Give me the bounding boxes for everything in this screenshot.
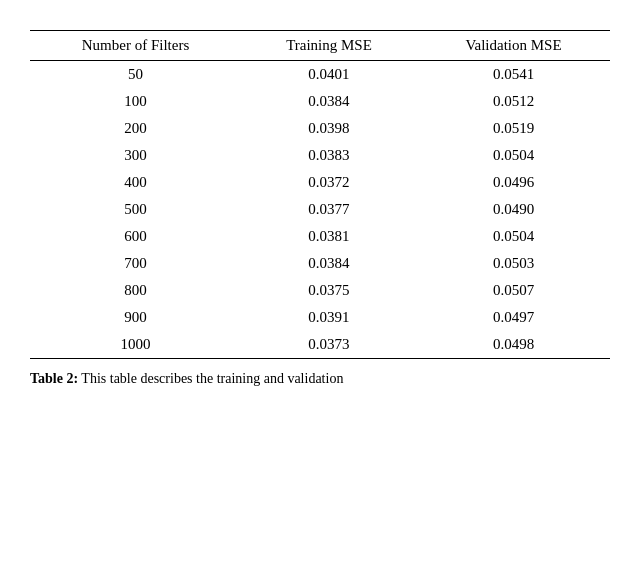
cell-filters: 1000	[30, 331, 241, 359]
cell-filters: 400	[30, 169, 241, 196]
cell-training: 0.0391	[241, 304, 417, 331]
table-row: 2000.03980.0519	[30, 115, 610, 142]
cell-validation: 0.0512	[417, 88, 610, 115]
cell-training: 0.0375	[241, 277, 417, 304]
table-row: 9000.03910.0497	[30, 304, 610, 331]
cell-filters: 200	[30, 115, 241, 142]
cell-training: 0.0372	[241, 169, 417, 196]
cell-filters: 600	[30, 223, 241, 250]
col-header-filters: Number of Filters	[30, 31, 241, 61]
table-row: 1000.03840.0512	[30, 88, 610, 115]
cell-validation: 0.0496	[417, 169, 610, 196]
table-container: Number of Filters Training MSE Validatio…	[30, 20, 610, 389]
caption-text: This table describes the training and va…	[81, 371, 343, 386]
cell-training: 0.0384	[241, 250, 417, 277]
table-row: 500.04010.0541	[30, 61, 610, 89]
cell-validation: 0.0503	[417, 250, 610, 277]
cell-filters: 700	[30, 250, 241, 277]
cell-filters: 50	[30, 61, 241, 89]
table-row: 8000.03750.0507	[30, 277, 610, 304]
cell-validation: 0.0507	[417, 277, 610, 304]
cell-training: 0.0398	[241, 115, 417, 142]
table-row: 10000.03730.0498	[30, 331, 610, 359]
table-caption: Table 2: This table describes the traini…	[30, 369, 610, 389]
cell-training: 0.0381	[241, 223, 417, 250]
cell-training: 0.0383	[241, 142, 417, 169]
cell-training: 0.0373	[241, 331, 417, 359]
cell-training: 0.0401	[241, 61, 417, 89]
table-row: 6000.03810.0504	[30, 223, 610, 250]
table-row: 4000.03720.0496	[30, 169, 610, 196]
cell-validation: 0.0519	[417, 115, 610, 142]
col-header-validation: Validation MSE	[417, 31, 610, 61]
cell-validation: 0.0497	[417, 304, 610, 331]
cell-training: 0.0384	[241, 88, 417, 115]
cell-validation: 0.0504	[417, 142, 610, 169]
data-table: Number of Filters Training MSE Validatio…	[30, 30, 610, 359]
cell-filters: 900	[30, 304, 241, 331]
table-row: 5000.03770.0490	[30, 196, 610, 223]
cell-filters: 300	[30, 142, 241, 169]
cell-filters: 800	[30, 277, 241, 304]
table-row: 3000.03830.0504	[30, 142, 610, 169]
table-header-row: Number of Filters Training MSE Validatio…	[30, 31, 610, 61]
col-header-training: Training MSE	[241, 31, 417, 61]
cell-validation: 0.0490	[417, 196, 610, 223]
cell-validation: 0.0498	[417, 331, 610, 359]
cell-training: 0.0377	[241, 196, 417, 223]
cell-filters: 100	[30, 88, 241, 115]
cell-validation: 0.0504	[417, 223, 610, 250]
cell-validation: 0.0541	[417, 61, 610, 89]
cell-filters: 500	[30, 196, 241, 223]
table-row: 7000.03840.0503	[30, 250, 610, 277]
caption-label: Table 2:	[30, 371, 78, 386]
